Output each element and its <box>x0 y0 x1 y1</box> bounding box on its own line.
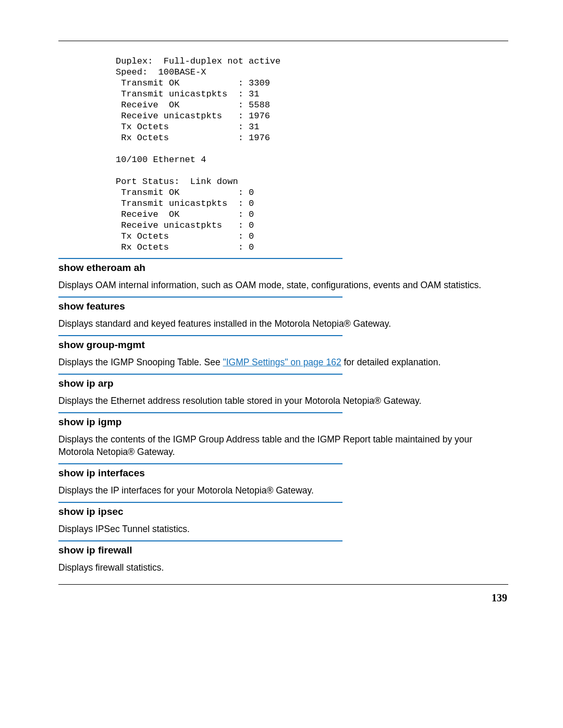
heading-show-features: show features <box>58 301 508 312</box>
heading-show-group-mgmt: show group-mgmt <box>58 339 508 351</box>
section-divider <box>58 463 342 464</box>
page-container: Duplex: Full-duplex not active Speed: 10… <box>0 0 563 625</box>
heading-show-etheroam-ah: show etheroam ah <box>58 262 508 274</box>
section-divider <box>58 502 342 503</box>
desc-ip-firewall: Displays firewall statistics. <box>58 561 508 574</box>
section-divider <box>58 540 342 541</box>
heading-show-ip-igmp: show ip igmp <box>58 416 508 428</box>
desc-ip-igmp: Displays the contents of the IGMP Group … <box>58 433 508 458</box>
desc-ip-arp: Displays the Ethernet address resolution… <box>58 394 508 407</box>
heading-show-ip-ipsec: show ip ipsec <box>58 506 508 517</box>
section-divider <box>58 297 342 298</box>
link-igmp-settings[interactable]: "IGMP Settings" on page 162 <box>223 357 341 367</box>
desc-ip-interfaces: Displays the IP interfaces for your Moto… <box>58 484 508 497</box>
section-divider <box>58 258 342 259</box>
desc-features: Displays standard and keyed features ins… <box>58 317 508 330</box>
top-horizontal-rule <box>58 41 508 41</box>
heading-show-ip-firewall: show ip firewall <box>58 545 508 556</box>
section-divider <box>58 412 342 413</box>
terminal-output: Duplex: Full-duplex not active Speed: 10… <box>116 56 508 253</box>
heading-show-ip-interfaces: show ip interfaces <box>58 467 508 479</box>
desc-group-mgmt: Displays the IGMP Snooping Table. See "I… <box>58 356 508 368</box>
desc-ip-ipsec: Displays IPSec Tunnel statistics. <box>58 523 508 535</box>
desc-etheroam: Displays OAM internal information, such … <box>58 279 508 291</box>
page-number: 139 <box>58 592 508 604</box>
heading-show-ip-arp: show ip arp <box>58 378 508 389</box>
section-divider <box>58 374 342 375</box>
desc-group-mgmt-post: for detailed explanation. <box>341 357 441 367</box>
section-divider <box>58 335 342 336</box>
desc-group-mgmt-pre: Displays the IGMP Snooping Table. See <box>58 357 223 367</box>
bottom-horizontal-rule <box>58 584 508 585</box>
